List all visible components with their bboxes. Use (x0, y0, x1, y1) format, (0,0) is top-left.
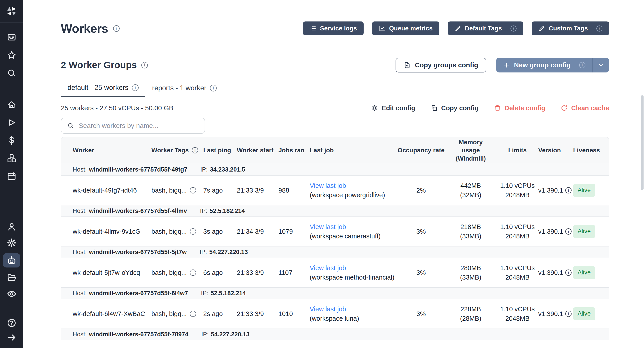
host-label: Host: (73, 331, 87, 338)
host-ip-value: 54.227.220.13 (209, 249, 248, 256)
new-group-config-dropdown[interactable] (592, 58, 609, 72)
page-title: Workers (61, 22, 108, 35)
last-job-workspace: (workspace camerastuff) (310, 232, 380, 240)
worker-row: wk-default-49tg7-idt46 bash, bigq... 7s … (61, 176, 609, 205)
cubes-icon[interactable] (0, 150, 23, 167)
ip-label: IP:34.233.201.5 (200, 166, 245, 173)
info-icon[interactable] (565, 270, 572, 276)
view-last-job-link[interactable]: View last job (310, 222, 397, 232)
custom-tags-button[interactable]: Custom Tags (532, 22, 609, 35)
col-memory-usage: Memory usage (Windmill) (445, 138, 497, 162)
liveness: Alive (573, 266, 600, 279)
alive-badge: Alive (573, 225, 595, 238)
expand-arrow-icon[interactable] (0, 330, 23, 344)
info-icon[interactable] (565, 311, 572, 317)
copy-config-button[interactable]: Copy config (430, 104, 479, 112)
default-tags-button[interactable]: Default Tags (448, 22, 523, 35)
gear-icon (371, 104, 378, 112)
sidebar-group-footer (0, 315, 23, 344)
worker-tags: bash, bigq... (152, 309, 203, 318)
col-liveness: Liveness (573, 146, 600, 154)
view-last-job-link[interactable]: View last job (310, 181, 397, 190)
info-icon[interactable] (579, 62, 586, 68)
gear-icon[interactable] (0, 235, 23, 251)
col-version: Version (538, 146, 573, 154)
trash-icon (494, 104, 501, 112)
version: v1.390.1 (538, 227, 573, 236)
star-icon[interactable] (0, 46, 23, 64)
clean-cache-button[interactable]: Clean cache (560, 104, 609, 112)
app-root: Workers Service logs Queue metrics Defau… (0, 0, 644, 348)
col-jobs-ran: Jobs ran (278, 146, 310, 154)
search-icon (67, 122, 74, 129)
play-icon[interactable] (0, 114, 23, 132)
button-label: Service logs (320, 25, 357, 32)
info-icon[interactable] (190, 311, 196, 317)
info-icon[interactable] (190, 228, 196, 234)
worker-search[interactable] (61, 118, 205, 134)
info-icon[interactable] (141, 62, 148, 68)
host-ip-value: 52.5.182.214 (211, 290, 246, 296)
workers-table: Worker Worker Tags Last ping Worker star… (61, 137, 609, 348)
pencil-icon (538, 25, 545, 32)
keypad-icon[interactable] (0, 28, 23, 46)
info-icon[interactable] (132, 84, 139, 91)
info-icon[interactable] (190, 270, 196, 276)
last-job-workspace: (workspace powergridlive) (310, 192, 385, 198)
eye-icon[interactable] (0, 286, 23, 302)
sidebar-group-main (0, 88, 23, 185)
ip-label: IP:54.227.220.13 (200, 249, 248, 256)
service-logs-button[interactable]: Service logs (303, 22, 364, 35)
chevron-down-icon (598, 62, 604, 68)
host-row: Host: windmill-workers-67757d55f-6l4w7 I… (61, 288, 609, 299)
host-name: windmill-workers-67757d55f-4llmv (89, 208, 187, 214)
sidebar-group-top (0, 22, 23, 88)
edit-config-button[interactable]: Edit config (371, 104, 415, 112)
info-icon[interactable] (565, 187, 572, 194)
header-buttons: Service logs Queue metrics Default Tags … (303, 22, 609, 35)
worker-group-tabs: default - 25 workers reports - 1 worker (61, 84, 609, 97)
worker-start: 21:33 3/9 (237, 309, 278, 318)
ip-label: IP:54.227.220.13 (201, 331, 250, 338)
robot-icon-active[interactable] (0, 251, 23, 270)
info-icon[interactable] (192, 147, 198, 154)
folder-icon[interactable] (0, 270, 23, 286)
copy-groups-config-button[interactable]: Copy groups config (396, 58, 486, 72)
info-icon[interactable] (565, 228, 572, 234)
calendar-icon[interactable] (0, 167, 23, 185)
delete-config-button[interactable]: Delete config (494, 104, 546, 112)
info-icon[interactable] (113, 25, 120, 32)
windmill-logo[interactable] (0, 0, 23, 22)
new-group-config-button[interactable]: New group config (496, 58, 609, 72)
worker-name: wk-default-6l4w7-XwBaC (73, 309, 152, 318)
view-last-job-link[interactable]: View last job (310, 304, 397, 314)
tab-reports[interactable]: reports - 1 worker (145, 84, 224, 96)
dollar-icon[interactable] (0, 132, 23, 150)
memory-usage: 280MB(33MB) (445, 263, 497, 282)
info-icon[interactable] (596, 26, 602, 32)
info-icon[interactable] (510, 26, 516, 32)
search-input[interactable] (79, 122, 199, 130)
button-label: Default Tags (465, 25, 502, 32)
last-ping: 2s ago (203, 309, 237, 318)
info-icon[interactable] (210, 85, 217, 92)
worker-start: 21:33 3/9 (237, 186, 278, 195)
tab-label: reports - 1 worker (152, 84, 206, 92)
search-icon[interactable] (0, 64, 23, 82)
worker-row: wk-default-5jt7w-oYdcq bash, bigq... 6s … (61, 258, 609, 288)
info-icon[interactable] (190, 187, 196, 194)
help-icon[interactable] (0, 315, 23, 330)
button-label: Clean cache (571, 104, 609, 112)
home-icon[interactable] (0, 96, 23, 114)
host-name: windmill-workers-67757d55f-5jt7w (89, 249, 187, 256)
jobs-ran: 1079 (278, 227, 310, 236)
tab-default[interactable]: default - 25 workers (61, 84, 145, 97)
view-last-job-link[interactable]: View last job (310, 263, 397, 273)
scrollbar-thumb[interactable] (641, 95, 644, 190)
occupancy-rate: 3% (397, 268, 445, 277)
host-label: Host: (73, 166, 87, 173)
worker-name: wk-default-4llmv-9v1cG (73, 227, 152, 236)
user-icon[interactable] (0, 219, 23, 235)
copy-icon (430, 104, 438, 112)
queue-metrics-button[interactable]: Queue metrics (372, 22, 440, 35)
